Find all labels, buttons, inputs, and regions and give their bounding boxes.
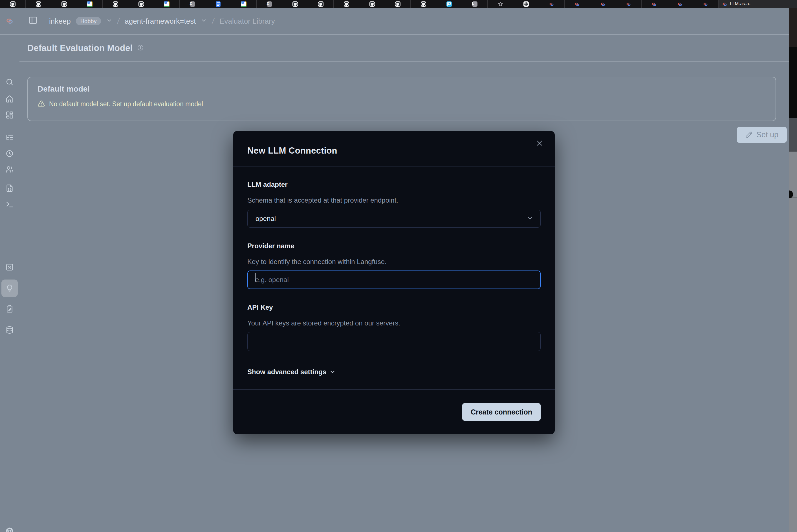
browser-tab-langfuse[interactable] <box>616 0 641 8</box>
llm-adapter-select[interactable]: openai <box>247 210 541 228</box>
github-favicon <box>113 1 118 7</box>
browser-tab-gcal[interactable]: 31 <box>231 0 257 8</box>
llm-adapter-label: LLM adapter <box>247 180 541 189</box>
warning-text: No default model set. Set up default eva… <box>49 100 203 108</box>
gcal-favicon: 31 <box>164 1 169 7</box>
breadcrumb-page: Evaluator Library <box>219 17 275 26</box>
browser-tab-github[interactable] <box>411 0 436 8</box>
browser-tab-langfuse[interactable] <box>590 0 616 8</box>
github-favicon <box>421 1 426 7</box>
langfuse-favicon <box>626 2 631 6</box>
sidebar-item-datasets[interactable] <box>5 326 14 334</box>
browser-tab-github[interactable] <box>282 0 308 8</box>
sidebar-item-dashboards[interactable] <box>5 111 14 119</box>
modal-header: New LLM Connection <box>233 131 555 167</box>
api-key-label: API Key <box>247 303 541 312</box>
page-title: Default Evaluation Model <box>28 43 132 53</box>
edge-segment <box>789 118 797 152</box>
langfuse-logo[interactable] <box>0 8 19 34</box>
edge-segment <box>789 8 797 48</box>
browser-tab-active[interactable]: LLM-as-a-... <box>719 0 797 8</box>
close-icon[interactable] <box>535 138 545 149</box>
default-model-card: Default model No default model set. Set … <box>28 77 776 121</box>
sidebar-item-prompts[interactable] <box>5 184 14 192</box>
active-tab-label: LLM-as-a-... <box>730 1 754 6</box>
browser-tab-github[interactable] <box>333 0 359 8</box>
desktop-edge-strip <box>789 8 797 532</box>
browser-tab-github[interactable] <box>51 0 77 8</box>
sidebar-toggle-icon[interactable] <box>28 16 38 27</box>
browser-tab-openai[interactable] <box>513 0 539 8</box>
sidebar-item-playground[interactable] <box>5 200 14 209</box>
browser-tab-gcal[interactable]: 31 <box>77 0 103 8</box>
browser-tab-z-app[interactable]: Z <box>180 0 205 8</box>
browser-tab-langfuse[interactable] <box>565 0 590 8</box>
breadcrumb-org[interactable]: inkeep <box>49 17 71 26</box>
browser-tab-gdocs[interactable] <box>205 0 231 8</box>
list-tree-icon <box>5 133 14 142</box>
openai-favicon <box>523 1 529 7</box>
github-favicon <box>139 1 144 7</box>
card-title: Default model <box>37 84 766 94</box>
github-favicon <box>318 1 324 7</box>
browser-tab-star[interactable] <box>488 0 513 8</box>
langfuse-favicon <box>549 2 555 6</box>
browser-tab-github[interactable] <box>385 0 411 8</box>
sidebar-item-annotation-queues[interactable] <box>5 305 14 313</box>
sidebar-item-sessions[interactable] <box>5 149 14 158</box>
langfuse-logo-icon <box>5 18 14 24</box>
sidebar-item-tracing[interactable] <box>5 133 14 142</box>
gcal-favicon: 31 <box>87 1 92 7</box>
modal-footer: Create connection <box>233 390 555 434</box>
github-favicon <box>344 1 349 7</box>
api-key-input[interactable] <box>247 332 541 351</box>
browser-tab-github[interactable] <box>308 0 333 8</box>
browser-tab-chat-app[interactable] <box>436 0 462 8</box>
browser-tab-langfuse[interactable] <box>641 0 667 8</box>
browser-tab-langfuse[interactable] <box>693 0 719 8</box>
browser-tab-l-app[interactable]: L <box>462 0 488 8</box>
browser-tab-github[interactable] <box>359 0 385 8</box>
org-chevron-down-icon[interactable] <box>106 17 112 26</box>
users-icon <box>5 165 14 174</box>
langfuse-favicon <box>651 2 657 6</box>
sidebar-item-evaluators[interactable] <box>5 284 14 292</box>
browser-tab-github[interactable] <box>128 0 154 8</box>
sidebar-item-search[interactable] <box>5 78 14 86</box>
provider-name-input[interactable] <box>247 270 541 289</box>
show-advanced-settings-toggle[interactable]: Show advanced settings <box>247 368 541 376</box>
lightbulb-icon <box>5 284 14 292</box>
terminal-icon <box>5 200 14 209</box>
modal-body: LLM adapter Schema that is accepted at t… <box>233 167 555 376</box>
provider-name-description: Key to identify the connection within La… <box>247 258 541 266</box>
browser-tab-gcal[interactable]: 31 <box>154 0 180 8</box>
provider-name-input-wrap <box>247 266 541 289</box>
llm-adapter-description: Schema that is accepted at that provider… <box>247 196 541 205</box>
browser-tab-github[interactable] <box>0 0 26 8</box>
breadcrumb-project[interactable]: agent-framework=test <box>125 17 196 26</box>
browser-tab-github[interactable] <box>26 0 51 8</box>
sidebar-item-users[interactable] <box>5 165 14 174</box>
browser-tab-github[interactable] <box>103 0 128 8</box>
github-favicon <box>395 1 400 7</box>
sidebar-item-home[interactable] <box>5 95 14 103</box>
l-app-favicon: L <box>472 1 477 7</box>
project-chevron-down-icon[interactable] <box>201 17 207 26</box>
set-up-button[interactable]: Set up <box>737 127 787 143</box>
sidebar-item-scores[interactable] <box>5 263 14 271</box>
gear-icon <box>5 527 14 532</box>
sidebar <box>0 35 19 532</box>
github-favicon <box>36 1 41 7</box>
create-connection-button[interactable]: Create connection <box>462 403 541 421</box>
browser-tab-langfuse[interactable] <box>539 0 565 8</box>
sidebar-item-settings[interactable] <box>5 527 14 532</box>
breadcrumb: inkeep Hobby / agent-framework=test / Ev… <box>19 16 275 27</box>
browser-tab-langfuse[interactable] <box>667 0 693 8</box>
github-favicon <box>292 1 298 7</box>
chat-app-favicon <box>447 1 452 7</box>
langfuse-favicon <box>703 2 708 6</box>
browser-tab-z-app[interactable]: Z <box>257 0 282 8</box>
no-default-model-warning: No default model set. Set up default eva… <box>37 100 766 109</box>
github-favicon <box>61 1 67 7</box>
info-icon[interactable] <box>137 44 144 52</box>
